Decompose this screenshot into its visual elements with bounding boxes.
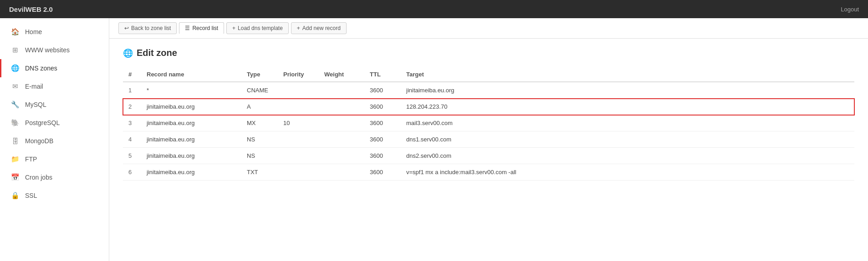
sidebar-item-www[interactable]: ⊞ WWW websites: [0, 41, 109, 59]
mongodb-icon: 🗄: [10, 136, 20, 146]
plus-icon-add: +: [297, 25, 300, 31]
table-row[interactable]: 4 jinitaimeiba.eu.org NS 3600 dns1.serv0…: [123, 131, 854, 148]
table-row[interactable]: 5 jinitaimeiba.eu.org NS 3600 dns2.serv0…: [123, 148, 854, 164]
main-layout: 🏠 Home ⊞ WWW websites 🌐 DNS zones ✉ E-ma…: [0, 18, 868, 261]
cell-priority: [278, 131, 319, 148]
www-icon: ⊞: [10, 45, 20, 55]
sidebar-label-www: WWW websites: [25, 46, 70, 54]
app-brand: DevilWEB 2.0: [9, 5, 53, 13]
sidebar-label-mongodb: MongoDB: [25, 137, 53, 145]
cell-name: jinitaimeiba.eu.org: [141, 115, 241, 131]
cell-type: MX: [241, 115, 278, 131]
cell-priority: [278, 148, 319, 164]
topbar: DevilWEB 2.0 Logout: [0, 0, 868, 18]
back-to-zone-list-button[interactable]: ↩ Back to zone list: [118, 22, 177, 34]
col-header-weight: Weight: [319, 67, 364, 82]
col-header-num: #: [123, 67, 141, 82]
cell-num: 2: [123, 99, 141, 115]
cell-target: mail3.serv00.com: [401, 115, 854, 131]
ssl-icon: 🔒: [10, 191, 20, 200]
sidebar-item-dns[interactable]: 🌐 DNS zones: [0, 59, 109, 77]
ftp-icon: 📁: [10, 155, 20, 164]
cell-num: 1: [123, 82, 141, 99]
globe-icon: 🌐: [123, 48, 133, 58]
home-icon: 🏠: [10, 27, 20, 36]
list-icon: ☰: [185, 25, 190, 31]
cell-name: jinitaimeiba.eu.org: [141, 164, 241, 181]
logout-button[interactable]: Logout: [841, 6, 859, 13]
table-row[interactable]: 2 jinitaimeiba.eu.org A 3600 128.204.223…: [123, 99, 854, 115]
cell-type: NS: [241, 148, 278, 164]
cell-priority: [278, 164, 319, 181]
record-list-button[interactable]: ☰ Record list: [179, 22, 224, 34]
cell-ttl: 3600: [364, 99, 401, 115]
sidebar-item-ftp[interactable]: 📁 FTP: [0, 150, 109, 168]
postgresql-icon: 🐘: [10, 118, 20, 127]
col-header-ttl: TTL: [364, 67, 401, 82]
mysql-icon: 🔧: [10, 100, 20, 109]
sidebar: 🏠 Home ⊞ WWW websites 🌐 DNS zones ✉ E-ma…: [0, 18, 109, 261]
cell-target: dns1.serv00.com: [401, 131, 854, 148]
load-dns-template-button[interactable]: + Load dns template: [226, 22, 289, 34]
cell-name: jinitaimeiba.eu.org: [141, 99, 241, 115]
sidebar-label-cron: Cron jobs: [25, 174, 52, 181]
add-new-record-button[interactable]: + Add new record: [291, 22, 347, 34]
back-icon: ↩: [124, 25, 129, 31]
table-row[interactable]: 6 jinitaimeiba.eu.org TXT 3600 v=spf1 mx…: [123, 164, 854, 181]
cell-priority: [278, 99, 319, 115]
sidebar-label-dns: DNS zones: [25, 65, 57, 72]
cell-name: *: [141, 82, 241, 99]
cell-weight: [319, 148, 364, 164]
col-header-name: Record name: [141, 67, 241, 82]
page-title: 🌐 Edit zone: [123, 48, 854, 58]
cell-weight: [319, 99, 364, 115]
cell-type: A: [241, 99, 278, 115]
col-header-target: Target: [401, 67, 854, 82]
col-header-priority: Priority: [278, 67, 319, 82]
page-body: 🌐 Edit zone # Record name Type Priority …: [109, 39, 868, 190]
cell-type: NS: [241, 131, 278, 148]
cell-priority: [278, 82, 319, 99]
cell-ttl: 3600: [364, 131, 401, 148]
sidebar-item-home[interactable]: 🏠 Home: [0, 23, 109, 41]
cell-ttl: 3600: [364, 82, 401, 99]
records-table: # Record name Type Priority Weight TTL T…: [123, 67, 854, 181]
cell-ttl: 3600: [364, 148, 401, 164]
table-row[interactable]: 3 jinitaimeiba.eu.org MX 10 3600 mail3.s…: [123, 115, 854, 131]
toolbar: ↩ Back to zone list ☰ Record list + Load…: [109, 18, 868, 39]
sidebar-label-email: E-mail: [25, 83, 43, 90]
cell-num: 3: [123, 115, 141, 131]
cell-weight: [319, 82, 364, 99]
sidebar-item-mysql[interactable]: 🔧 MySQL: [0, 95, 109, 114]
cell-target: v=spf1 mx a include:mail3.serv00.com -al…: [401, 164, 854, 181]
cell-weight: [319, 131, 364, 148]
cell-ttl: 3600: [364, 115, 401, 131]
cell-type: TXT: [241, 164, 278, 181]
cell-weight: [319, 164, 364, 181]
plus-icon-dns: +: [232, 25, 235, 31]
cell-type: CNAME: [241, 82, 278, 99]
dns-icon: 🌐: [10, 64, 20, 73]
content-area: ↩ Back to zone list ☰ Record list + Load…: [109, 18, 868, 261]
sidebar-label-mysql: MySQL: [25, 101, 46, 108]
table-header-row: # Record name Type Priority Weight TTL T…: [123, 67, 854, 82]
cell-ttl: 3600: [364, 164, 401, 181]
sidebar-item-mongodb[interactable]: 🗄 MongoDB: [0, 132, 109, 150]
cron-icon: 📅: [10, 173, 20, 182]
sidebar-label-ftp: FTP: [25, 156, 37, 163]
sidebar-label-ssl: SSL: [25, 192, 37, 199]
sidebar-label-postgresql: PostgreSQL: [25, 119, 60, 126]
cell-name: jinitaimeiba.eu.org: [141, 148, 241, 164]
sidebar-item-email[interactable]: ✉ E-mail: [0, 77, 109, 95]
cell-num: 5: [123, 148, 141, 164]
cell-weight: [319, 115, 364, 131]
sidebar-item-ssl[interactable]: 🔒 SSL: [0, 186, 109, 205]
cell-target: jinitaimeiba.eu.org: [401, 82, 854, 99]
sidebar-item-cron[interactable]: 📅 Cron jobs: [0, 168, 109, 186]
cell-priority: 10: [278, 115, 319, 131]
col-header-type: Type: [241, 67, 278, 82]
cell-num: 4: [123, 131, 141, 148]
table-row[interactable]: 1 * CNAME 3600 jinitaimeiba.eu.org: [123, 82, 854, 99]
email-icon: ✉: [10, 82, 20, 91]
sidebar-item-postgresql[interactable]: 🐘 PostgreSQL: [0, 114, 109, 132]
